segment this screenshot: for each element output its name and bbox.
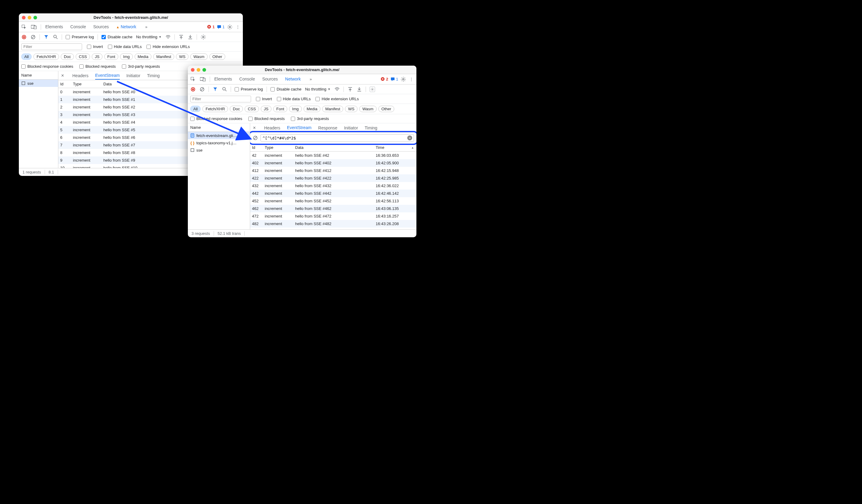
chip-js[interactable]: JS [92, 53, 102, 60]
clear-icon[interactable] [199, 87, 205, 92]
name-header[interactable]: Name [19, 71, 58, 80]
chip-manifest[interactable]: Manifest [153, 53, 174, 60]
chip-ws[interactable]: WS [176, 53, 188, 60]
disable-cache-checkbox[interactable]: Disable cache [271, 87, 301, 91]
hide-extension-urls-checkbox[interactable]: Hide extension URLs [146, 44, 190, 49]
titlebar[interactable]: DevTools - fetch-eventstream.glitch.me/ [19, 13, 243, 22]
zoom-icon[interactable] [203, 68, 206, 72]
error-badge[interactable]: 2 [380, 77, 388, 81]
chip-font[interactable]: Font [273, 106, 287, 112]
chip-font[interactable]: Font [104, 53, 118, 60]
traffic-lights[interactable] [191, 68, 206, 72]
invert-checkbox[interactable]: Invert [87, 44, 103, 49]
tab-elements[interactable]: Elements [45, 24, 63, 30]
close-detail-icon[interactable]: × [60, 73, 66, 78]
search-icon[interactable] [53, 34, 58, 40]
chip-css[interactable]: CSS [245, 106, 259, 112]
eventstream-regex-input[interactable] [261, 134, 414, 142]
inspect-icon[interactable] [190, 77, 196, 82]
chip-all[interactable]: All [21, 53, 31, 60]
disable-cache-checkbox[interactable]: Disable cache [102, 35, 132, 39]
request-item[interactable]: { }topics-taxonomy-v1.j… [188, 139, 250, 146]
table-row[interactable]: 442incrementhello from SSE #44216:42:46.… [250, 189, 416, 197]
table-row[interactable]: 412incrementhello from SSE #41216:42:15.… [250, 167, 416, 174]
export-har-icon[interactable] [179, 34, 184, 40]
chip-wasm[interactable]: Wasm [190, 53, 207, 60]
inspect-icon[interactable] [21, 24, 27, 30]
close-icon[interactable] [191, 68, 195, 72]
chip-css[interactable]: CSS [76, 53, 90, 60]
tab-eventstream[interactable]: EventStream [95, 72, 120, 80]
tab-sources[interactable]: Sources [93, 24, 109, 30]
col-id[interactable]: Id [250, 145, 263, 150]
filter-input[interactable] [21, 43, 82, 50]
traffic-lights[interactable] [22, 16, 37, 19]
table-row[interactable]: 432incrementhello from SSE #43216:42:36.… [250, 182, 416, 189]
blocked-requests-checkbox[interactable]: Blocked requests [79, 64, 116, 69]
clear-filter-icon[interactable] [252, 135, 258, 141]
invert-checkbox[interactable]: Invert [256, 97, 272, 101]
blocked-cookies-checkbox[interactable]: Blocked response cookies [21, 64, 73, 69]
filter-input[interactable] [190, 96, 251, 102]
blocked-cookies-checkbox[interactable]: Blocked response cookies [190, 116, 242, 121]
settings-icon[interactable] [227, 24, 233, 30]
message-badge[interactable]: 1 [391, 77, 398, 81]
network-settings-icon[interactable] [370, 87, 375, 92]
third-party-checkbox[interactable]: 3rd-party requests [291, 116, 329, 121]
chip-other[interactable]: Other [378, 106, 394, 112]
chip-js[interactable]: JS [261, 106, 271, 112]
filter-icon[interactable] [212, 87, 218, 92]
import-har-icon[interactable] [187, 34, 193, 40]
throttling-select[interactable]: No throttling ▼ [136, 35, 162, 39]
network-conditions-icon[interactable] [334, 87, 340, 92]
col-time[interactable]: Time▲ [374, 145, 416, 150]
minimize-icon[interactable] [197, 68, 200, 72]
close-detail-icon[interactable]: × [251, 125, 258, 131]
record-icon[interactable] [190, 87, 196, 92]
chip-other[interactable]: Other [209, 53, 225, 60]
clear-input-icon[interactable]: ✕ [407, 135, 412, 140]
chip-all[interactable]: All [190, 106, 200, 112]
col-id[interactable]: Id [58, 82, 71, 86]
kebab-menu-icon[interactable]: ⋮ [235, 24, 240, 30]
request-item[interactable]: sse [19, 80, 58, 87]
chip-fetchxhr[interactable]: Fetch/XHR [34, 53, 59, 60]
chip-img[interactable]: Img [120, 53, 133, 60]
col-data[interactable]: Data [293, 145, 374, 150]
table-row[interactable]: 452incrementhello from SSE #45216:42:56.… [250, 197, 416, 205]
search-icon[interactable] [222, 87, 227, 92]
close-icon[interactable] [22, 16, 26, 19]
error-badge[interactable]: 1 [207, 25, 214, 29]
tab-elements[interactable]: Elements [214, 77, 232, 82]
chip-doc[interactable]: Doc [230, 106, 243, 112]
table-row[interactable]: 42incrementhello from SSE #4216:36:03.65… [250, 151, 416, 159]
chip-wasm[interactable]: Wasm [359, 106, 376, 112]
tab-sources[interactable]: Sources [262, 77, 278, 82]
minimize-icon[interactable] [28, 16, 31, 19]
preserve-log-checkbox[interactable]: Preserve log [66, 35, 94, 39]
third-party-checkbox[interactable]: 3rd-party requests [122, 64, 160, 69]
chip-manifest[interactable]: Manifest [322, 106, 343, 112]
filter-icon[interactable] [43, 34, 49, 40]
preserve-log-checkbox[interactable]: Preserve log [235, 87, 263, 91]
tab-console[interactable]: Console [70, 24, 86, 30]
table-row[interactable]: 422incrementhello from SSE #42216:42:25.… [250, 174, 416, 182]
tab-headers[interactable]: Headers [72, 72, 89, 79]
tab-timing[interactable]: Timing [147, 72, 160, 79]
table-row[interactable]: 472incrementhello from SSE #47216:43:16.… [250, 212, 416, 220]
request-item[interactable]: sse [188, 146, 250, 154]
blocked-requests-checkbox[interactable]: Blocked requests [248, 116, 285, 121]
chip-fetchxhr[interactable]: Fetch/XHR [203, 106, 228, 112]
tab-response[interactable]: Response [318, 124, 337, 132]
tab-initiator[interactable]: Initiator [127, 72, 141, 79]
network-settings-icon[interactable] [200, 34, 206, 40]
chip-media[interactable]: Media [304, 106, 321, 112]
message-badge[interactable]: 1 [217, 25, 225, 29]
titlebar[interactable]: DevTools - fetch-eventstream.glitch.me/ [188, 66, 416, 74]
more-tabs-icon[interactable]: » [308, 77, 313, 82]
name-header[interactable]: Name [188, 123, 250, 132]
chip-img[interactable]: Img [289, 106, 302, 112]
col-type[interactable]: Type [71, 82, 102, 86]
tab-network[interactable]: Network [285, 77, 301, 82]
col-type[interactable]: Type [263, 145, 293, 150]
